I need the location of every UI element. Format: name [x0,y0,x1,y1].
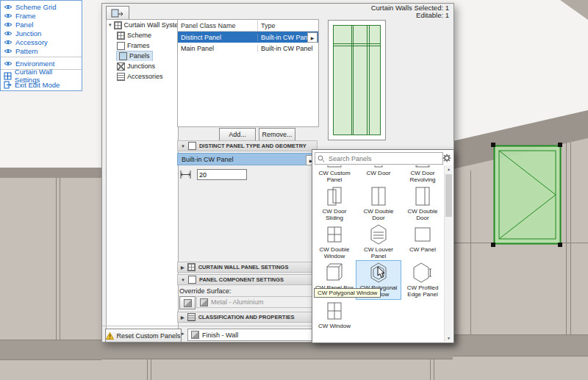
transfer-settings-button[interactable] [106,6,129,20]
vertical-scrollbar[interactable]: ▲ ▼ [444,165,453,342]
triangle-down-icon[interactable]: ▼ [181,278,185,282]
catalog-item-cw-double-door-asymmetric[interactable]: CW Double Door Asymmetric [401,184,445,223]
eye-icon[interactable] [4,12,12,19]
tree-item-scheme[interactable]: Scheme [107,30,178,40]
mullion-line [430,359,431,380]
gear-icon [442,154,451,162]
palette-item-label: Accessory [15,38,48,46]
override-surface-toggle[interactable] [179,296,196,309]
mullion-line [570,143,571,335]
catalog-item-cw-window[interactable]: CW Window [312,299,356,337]
scroll-up-arrow[interactable]: ▲ [445,165,453,173]
section-distinct-panel[interactable]: ▼ DISTINCT PANEL TYPE AND GEOMETRY [177,140,318,151]
cw-panel-icon [413,223,432,245]
tree-item-label: Frames [127,42,150,49]
table-row-main-panel[interactable]: Main Panel Built-in CW Panel [178,43,318,54]
cw-double-door-asymmetric-icon [413,185,432,207]
search-input[interactable] [327,154,442,164]
catalog-item-cw-double-window[interactable]: CW Double Window [312,223,356,261]
column-header-name[interactable]: Panel Class Name [178,20,257,31]
eye-icon[interactable] [4,21,12,28]
tree-item-label: Junctions [127,62,155,70]
palette-item-environment[interactable]: Environment [1,59,82,68]
remove-button[interactable]: Remove... [259,128,295,141]
selection-handle[interactable] [558,243,562,247]
row-flyout-arrow[interactable]: ▶ [307,32,318,43]
override-surface-label: Override Surface: [179,287,232,295]
mouse-cursor [377,266,386,281]
catalog-item-cw-custom-panel[interactable]: CW Custom Panel [312,165,356,184]
catalog-item-cw-door-sliding[interactable]: CW Door Sliding [312,184,356,223]
cw-window-icon [325,300,344,322]
triangle-right-icon[interactable]: ▶ [181,315,184,320]
panel-type-dropdown[interactable]: Built-in CW Panel ▶ [177,153,318,165]
catalog-item-cw-double-door[interactable]: CW Double Door [356,184,401,223]
catalog-item-cw-door-revolving[interactable]: CW Door Revolving [401,165,445,184]
chevron-down-icon[interactable]: ▾ [109,22,112,28]
eye-icon[interactable] [4,48,12,54]
triangle-down-icon[interactable]: ▼ [181,144,185,148]
eye-icon[interactable] [4,39,12,46]
eye-icon[interactable] [4,30,12,37]
catalog-item-label: CW Window [318,323,351,336]
footer-expand-arrow[interactable]: ▸ [182,331,184,337]
catalog-item-label: CW Double Door Asymmetric [401,208,445,221]
tree-item-accessories[interactable]: Accessories [107,71,178,82]
selected-cw-panel[interactable] [493,145,562,245]
preview-mullion [367,26,368,135]
palette-item-accessory[interactable]: Accessory [1,37,82,46]
search-box [315,152,443,165]
eye-icon[interactable] [4,60,12,67]
catalog-item-label: CW Custom Panel [312,170,356,183]
selection-handle[interactable] [491,243,495,247]
selection-handle[interactable] [558,143,562,147]
panel-thickness-input[interactable] [197,169,247,180]
selection-handle[interactable] [491,143,495,147]
accessories-icon [117,73,125,81]
edit-mode-palette: Scheme Grid Frame Panel Junction Accesso… [0,0,82,91]
mullion-line [60,178,60,340]
tree-root-curtain-wall-system[interactable]: ▾ Curtain Wall System [107,20,178,30]
catalog-item-label: CW Door [366,170,392,183]
tree-item-junctions[interactable]: Junctions [107,61,178,71]
palette-item-scheme-grid[interactable]: Scheme Grid [1,2,82,11]
preview-transom [334,43,380,44]
scrollbar-thumb[interactable] [445,174,452,217]
section-cw-panel-settings[interactable]: ▶ CURTAIN WALL PANEL SETTINGS [177,262,318,273]
palette-item-pattern[interactable]: Pattern [1,46,82,55]
catalog-item-label: CW Door Revolving [401,170,445,183]
column-header-type[interactable]: Type [257,20,318,31]
triangle-right-icon[interactable]: ▶ [181,265,184,270]
override-surface-combo[interactable]: Metal - Aluminium [196,296,318,308]
mullion-line [470,171,471,335]
tree-item-frames[interactable]: Frames [107,40,178,51]
catalog-item-cw-panel[interactable]: CW Panel [401,223,445,261]
table-row-distinct-panel[interactable]: Distinct Panel Built-in CW Panel ▶ [178,32,318,43]
palette-item-frame[interactable]: Frame [1,11,82,20]
catalog-item-cw-profiled-edge-panel[interactable]: CW Profiled Edge Panel [401,261,445,299]
scroll-down-arrow[interactable]: ▼ [445,334,453,342]
finish-surface-combo[interactable]: Finish - Wall [187,329,317,341]
section-panel-component[interactable]: ▼ PANEL COMPONENT SETTINGS [177,274,318,285]
eye-icon[interactable] [4,4,12,10]
table-header: Panel Class Name Type [178,20,318,32]
palette-item-junction[interactable]: Junction [1,29,82,37]
junctions-icon [117,62,125,71]
palette-item-panel[interactable]: Panel [1,20,82,29]
tree-item-panels[interactable]: Panels [107,51,178,61]
section-label: CLASSIFICATION AND PROPERTIES [198,314,295,320]
reset-custom-panels-button[interactable]: Reset Custom Panels [105,329,182,343]
palette-item-cw-settings[interactable]: Curtain Wall Settings [1,71,82,80]
section-icon [188,276,196,284]
catalog-item-cw-door[interactable]: CW Door [356,165,401,184]
gear-button[interactable] [442,152,452,163]
panel-thickness-icon [179,170,193,179]
palette-item-label: Frame [15,12,35,20]
cell-name: Distinct Panel [178,34,257,41]
curtain-wall-preview [328,20,386,140]
add-button[interactable]: Add... [219,128,256,141]
palette-item-label: Scheme Grid [15,3,56,11]
cell-type: Built-in CW Panel [257,45,318,52]
catalog-item-cw-louver-panel[interactable]: CW Louver Panel [356,223,401,261]
section-classification[interactable]: ▶ CLASSIFICATION AND PROPERTIES [177,312,318,323]
